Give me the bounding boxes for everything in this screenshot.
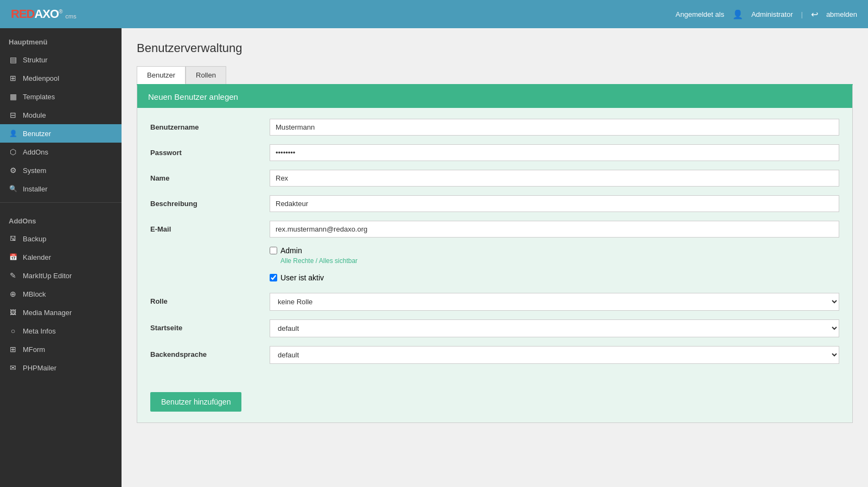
tab-rollen[interactable]: Rollen [186,66,226,84]
benutzername-row: Benutzername [150,119,839,136]
benutzername-label: Benutzername [150,119,270,131]
templates-icon [9,92,17,101]
sidebar-label-markitup: MarkItUp Editor [23,272,72,280]
addons-section-title: AddOns [0,207,122,229]
form-card: Neuen Benutzer anlegen Benutzername Pass… [137,84,853,423]
sidebar-item-kalender[interactable]: Kalender [0,248,122,266]
sidebar: Hauptmenü Struktur Medienpool Templates … [0,28,122,487]
admin-row: Admin Alle Rechte / Alles sichtbar User … [150,246,839,284]
sidebar-label-system: System [23,166,46,175]
beschreibung-input[interactable] [270,195,839,212]
sidebar-item-templates[interactable]: Templates [0,87,122,106]
sidebar-item-meta-infos[interactable]: Meta Infos [0,322,122,340]
user-aktiv-row: User ist aktiv [270,273,839,282]
backendsprache-label: Backendsprache [150,346,270,358]
tabs: Benutzer Rollen [137,66,853,84]
rolle-label: Rolle [150,293,270,305]
sidebar-item-mform[interactable]: MForm [0,340,122,358]
separator: | [801,10,803,18]
email-input[interactable] [270,221,839,238]
sidebar-label-templates: Templates [23,93,55,101]
admin-checkbox-label: Admin [280,246,302,255]
sidebar-label-struktur: Struktur [23,56,48,64]
form-body: Benutzername Passwort Name Beschreibung [137,108,852,383]
hauptmenu-title: Hauptmenü [0,28,122,50]
passwort-label: Passwort [150,144,270,157]
rolle-select[interactable]: keine Rolle [270,293,839,311]
medienpool-icon [9,74,17,82]
startseite-label: Startseite [150,319,270,332]
sidebar-item-module[interactable]: Module [0,106,122,124]
sidebar-label-phpmailer: PHPMailer [23,364,56,372]
meta-icon [9,326,17,335]
backendsprache-select[interactable]: default [270,346,839,364]
admin-checkbox[interactable] [270,247,277,254]
mediamgr-icon [9,308,17,317]
startseite-select[interactable]: default [270,319,839,337]
email-label: E-Mail [150,221,270,233]
sidebar-label-backup: Backup [23,235,46,243]
beschreibung-label: Beschreibung [150,195,270,208]
logout-link[interactable]: abmelden [826,10,857,18]
sidebar-label-medienpool: Medienpool [23,74,59,82]
admin-spacer [150,246,270,251]
logged-in-label: Angemeldet als [675,10,724,18]
sidebar-item-installer[interactable]: Installer [0,180,122,198]
passwort-row: Passwort [150,144,839,161]
logout-icon: ↩ [811,9,818,20]
phpmailer-icon [9,363,17,372]
sidebar-divider [0,202,122,203]
sidebar-item-struktur[interactable]: Struktur [0,50,122,69]
backendsprache-row: Backendsprache default [150,346,839,364]
installer-icon [9,184,17,193]
main-content: Benutzerverwaltung Benutzer Rollen Neuen… [122,28,868,487]
user-aktiv-label: User ist aktiv [280,273,324,282]
sidebar-item-media-manager[interactable]: Media Manager [0,303,122,322]
sidebar-label-meta-infos: Meta Infos [23,327,56,335]
sidebar-item-system[interactable]: System [0,161,122,180]
sidebar-label-mblock: MBlock [23,290,46,298]
tab-benutzer[interactable]: Benutzer [137,66,186,84]
logo-text: REDAXO® [11,7,62,21]
header-username: Administrator [751,10,793,18]
sidebar-item-phpmailer[interactable]: PHPMailer [0,358,122,377]
sidebar-label-module: Module [23,111,46,119]
sidebar-label-kalender: Kalender [23,253,51,261]
passwort-input[interactable] [270,144,839,161]
logo-cms: cms [66,13,76,20]
sidebar-label-benutzer: Benutzer [23,130,51,138]
benutzer-icon [9,129,17,138]
beschreibung-row: Beschreibung [150,195,839,212]
name-input[interactable] [270,170,839,187]
sidebar-item-backup[interactable]: Backup [0,229,122,248]
email-row: E-Mail [150,221,839,238]
admin-checkbox-group: Admin Alle Rechte / Alles sichtbar User … [270,246,839,284]
sidebar-label-addons: AddOns [23,148,48,156]
mblock-icon [9,290,17,298]
sidebar-label-mform: MForm [23,345,45,354]
name-label: Name [150,170,270,182]
submit-button[interactable]: Benutzer hinzufügen [150,392,241,412]
form-footer: Benutzer hinzufügen [137,383,852,422]
sidebar-label-media-manager: Media Manager [23,309,72,317]
system-icon [9,166,17,175]
kalender-icon [9,253,17,261]
header: REDAXO® cms Angemeldet als 👤 Administrat… [0,0,868,28]
module-icon [9,111,17,119]
sidebar-label-installer: Installer [23,185,48,193]
name-row: Name [150,170,839,187]
sidebar-item-addons[interactable]: AddOns [0,143,122,161]
user-icon: 👤 [732,9,743,20]
layout: Hauptmenü Struktur Medienpool Templates … [0,28,868,487]
benutzername-input[interactable] [270,119,839,136]
user-aktiv-checkbox[interactable] [270,274,277,281]
header-right: Angemeldet als 👤 Administrator | ↩ abmel… [675,9,857,20]
page-title: Benutzerverwaltung [137,41,853,55]
sidebar-item-markitup[interactable]: MarkItUp Editor [0,266,122,285]
admin-hint: Alle Rechte / Alles sichtbar [280,257,839,265]
markitup-icon [9,271,17,280]
sidebar-item-mblock[interactable]: MBlock [0,285,122,303]
sidebar-item-medienpool[interactable]: Medienpool [0,69,122,87]
rolle-row: Rolle keine Rolle [150,293,839,311]
sidebar-item-benutzer[interactable]: Benutzer [0,124,122,143]
